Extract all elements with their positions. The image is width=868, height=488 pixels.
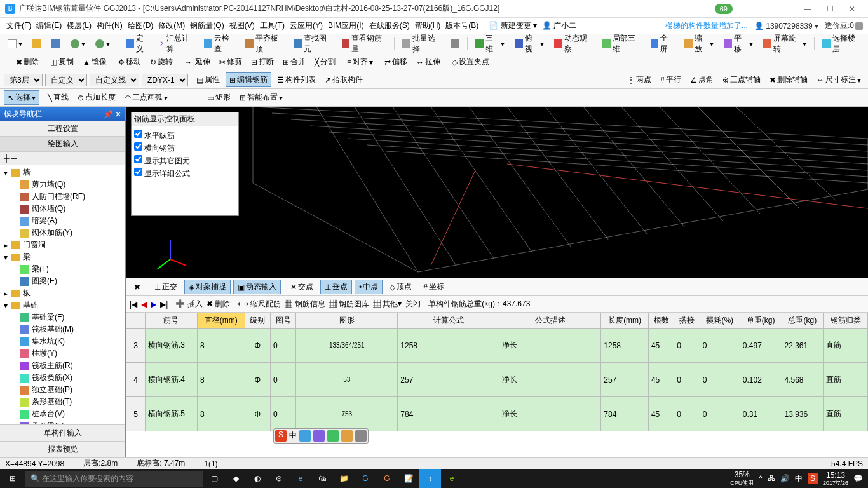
code-select[interactable]: ZDYX-1 bbox=[142, 74, 188, 86]
taskbar-search[interactable]: 🔍 在这里输入你要搜索的内容 bbox=[25, 471, 203, 487]
pan-button[interactable]: 平移▾ bbox=[720, 32, 757, 56]
cpu-widget[interactable]: 35% CPU使用 bbox=[730, 470, 754, 487]
tray-vol-icon[interactable]: 🔊 bbox=[780, 474, 790, 483]
tree-beamL[interactable]: 梁(L) bbox=[1, 263, 124, 275]
3aux-button[interactable]: ※ 三点辅轴 bbox=[719, 73, 764, 86]
ime-toolbar[interactable]: S 中 bbox=[273, 428, 369, 444]
col-uw[interactable]: 单重(kg) bbox=[740, 313, 782, 329]
menu-floor[interactable]: 楼层(L) bbox=[64, 20, 94, 31]
orbit-button[interactable]: 动态观察 bbox=[550, 32, 596, 56]
app2[interactable]: ◐ bbox=[247, 469, 268, 488]
rebar-lib-button[interactable]: ▦ 钢筋图库 bbox=[329, 299, 369, 309]
col-dia[interactable]: 直径(mm) bbox=[197, 313, 245, 329]
addpoint-button[interactable]: ⊙ 点加长度 bbox=[74, 91, 119, 104]
tree-blockwall[interactable]: 砌体墙(Q) bbox=[1, 203, 124, 215]
tree-rfwall[interactable]: 人防门框墙(RF) bbox=[1, 191, 124, 203]
delaux-button[interactable]: ✖ 删除辅轴 bbox=[766, 73, 811, 86]
lookrebar-button[interactable]: 查看钢筋量 bbox=[338, 32, 391, 56]
insert-button[interactable]: ➕ 插入 bbox=[175, 299, 202, 309]
table-row[interactable]: 3横向钢筋.38Φ0133/364/2511258净长125845000.497… bbox=[126, 329, 868, 363]
screen-rotate-button[interactable]: 屏幕旋转▾ bbox=[759, 32, 810, 56]
tree-beam[interactable]: ▾梁 bbox=[1, 251, 124, 263]
twopoint-button[interactable]: ⋮ 两点 bbox=[624, 73, 654, 86]
app10[interactable]: e bbox=[441, 469, 463, 488]
app6[interactable]: G bbox=[355, 469, 376, 488]
col-cat[interactable]: 钢筋归类 bbox=[824, 313, 868, 329]
chui-toggle[interactable]: ⊥ 垂点 bbox=[320, 280, 352, 294]
trim-button[interactable]: ✂ 修剪 bbox=[216, 55, 245, 69]
nav-tree[interactable]: ▾墙 剪力墙(Q) 人防门框墙(RF) 砌体墙(Q) 暗梁(A) 砌体加筋(Y)… bbox=[0, 165, 125, 424]
tree-pilecap[interactable]: 桩承台(V) bbox=[1, 408, 124, 420]
osnap-toggle[interactable]: ◈ 对象捕捉 bbox=[184, 280, 231, 294]
setgrip-button[interactable]: ◇ 设置夹点 bbox=[449, 55, 492, 69]
col-no[interactable]: 筋号 bbox=[146, 313, 198, 329]
edit-rebar-button[interactable]: ⊞ 编辑钢筋 bbox=[226, 72, 271, 87]
tree-found[interactable]: ▾基础 bbox=[1, 299, 124, 311]
table-row[interactable]: 4横向钢筋.48Φ053257净长25745000.1024.568直筋 bbox=[126, 363, 868, 397]
opt-vert[interactable]: 横向钢筋 bbox=[134, 142, 236, 154]
col-tw[interactable]: 总重(kg) bbox=[782, 313, 824, 329]
zoom-button[interactable]: 缩放▾ bbox=[681, 32, 717, 56]
scale-rebar-button[interactable]: ⟷ 缩尺配筋 bbox=[238, 299, 281, 309]
ortho-toggle[interactable]: ⊥ 正交 bbox=[150, 280, 182, 294]
opt-other[interactable]: 显示其它图元 bbox=[134, 154, 236, 167]
tree-hidbeam[interactable]: 暗梁(A) bbox=[1, 215, 124, 227]
tree-raftfound[interactable]: 筏板基础(M) bbox=[1, 323, 124, 336]
tray-net-icon[interactable]: 🖧 bbox=[768, 474, 775, 483]
menu-tool[interactable]: 工具(T) bbox=[257, 20, 287, 31]
open-button[interactable] bbox=[29, 38, 45, 50]
tab-settings[interactable]: 工程设置 bbox=[0, 121, 125, 137]
tool-x-button[interactable] bbox=[447, 38, 463, 50]
tree-slab[interactable]: ▸板 bbox=[1, 287, 124, 299]
dyninput-toggle[interactable]: ▣ 动态输入 bbox=[233, 280, 281, 294]
phone-label[interactable]: 👤 13907298339 ▾ bbox=[754, 22, 818, 30]
rect-button[interactable]: ▭ 矩形 bbox=[204, 91, 234, 104]
col-loss[interactable]: 损耗(%) bbox=[700, 313, 740, 329]
tree-door[interactable]: ▸门窗洞 bbox=[1, 239, 124, 251]
x-button[interactable]: ✖ bbox=[130, 281, 145, 294]
tree-shearwall[interactable]: 剪力墙(Q) bbox=[1, 179, 124, 191]
menu-draw[interactable]: 绘图(D) bbox=[125, 20, 156, 31]
app9[interactable]: ↕ bbox=[419, 469, 441, 488]
coord-toggle[interactable]: # 坐标 bbox=[419, 280, 449, 294]
menu-member[interactable]: 构件(N) bbox=[94, 20, 125, 31]
menu-bim[interactable]: BIM应用(I) bbox=[325, 20, 367, 31]
col-shape[interactable]: 图形 bbox=[296, 313, 398, 329]
col-pic[interactable]: 图号 bbox=[270, 313, 295, 329]
break-button[interactable]: ⊟ 打断 bbox=[248, 55, 277, 69]
member-list-button[interactable]: ☰ 构件列表 bbox=[274, 73, 319, 86]
app3[interactable]: ⊙ bbox=[268, 469, 290, 488]
extend-button[interactable]: →| 延伸 bbox=[181, 55, 214, 69]
close-button[interactable]: ✕ bbox=[841, 4, 863, 13]
menu-edit[interactable]: 编辑(E) bbox=[34, 20, 64, 31]
ime-logo-icon[interactable]: S bbox=[275, 430, 287, 442]
delete-button[interactable]: ✖ 删除 bbox=[207, 299, 230, 309]
tray-up-icon[interactable]: ^ bbox=[759, 474, 763, 483]
tab-draw[interactable]: 绘图输入 bbox=[0, 137, 125, 152]
local3d-button[interactable]: 局部三维 bbox=[599, 32, 644, 56]
tree-stripfound[interactable]: 条形基础(T) bbox=[1, 396, 124, 408]
ime-skin-icon[interactable] bbox=[341, 430, 353, 442]
undo-button[interactable]: ▾ bbox=[67, 38, 89, 50]
ime-tool-icon[interactable] bbox=[355, 430, 367, 442]
merge-button[interactable]: ⊞ 合并 bbox=[280, 55, 309, 69]
app1[interactable]: ◆ bbox=[225, 469, 247, 488]
stretch-button[interactable]: ↔ 拉伸 bbox=[413, 55, 444, 69]
fullscreen-button[interactable]: 全屏 bbox=[647, 32, 679, 56]
jiao-toggle[interactable]: ✕ 交点 bbox=[286, 280, 318, 294]
vert-toggle[interactable]: ◇ 顶点 bbox=[385, 280, 416, 294]
other-button[interactable]: ▦ 其他▾ bbox=[373, 299, 402, 309]
angle-button[interactable]: ∠ 点角 bbox=[687, 73, 717, 86]
pixuan-button[interactable]: 批量选择 bbox=[398, 32, 444, 56]
menu-rebar[interactable]: 钢筋量(Q) bbox=[187, 20, 226, 31]
edge-icon[interactable]: e bbox=[290, 469, 311, 488]
3d-viewport[interactable]: 钢筋显示控制面板 水平纵筋 横向钢筋 显示其它图元 显示详细公式 bbox=[126, 107, 868, 278]
line-button[interactable]: ╲ 直线 bbox=[44, 91, 72, 104]
explorer-icon[interactable]: 📁 bbox=[333, 469, 355, 488]
parallel-button[interactable]: # 平行 bbox=[657, 73, 684, 86]
nav-next[interactable]: ▶ bbox=[151, 300, 156, 309]
tree-wall[interactable]: ▾墙 bbox=[1, 166, 124, 179]
redo-button[interactable]: ▾ bbox=[92, 38, 114, 50]
tool-a[interactable] bbox=[4, 61, 10, 64]
copy-button[interactable]: ◫ 复制 bbox=[47, 55, 77, 69]
